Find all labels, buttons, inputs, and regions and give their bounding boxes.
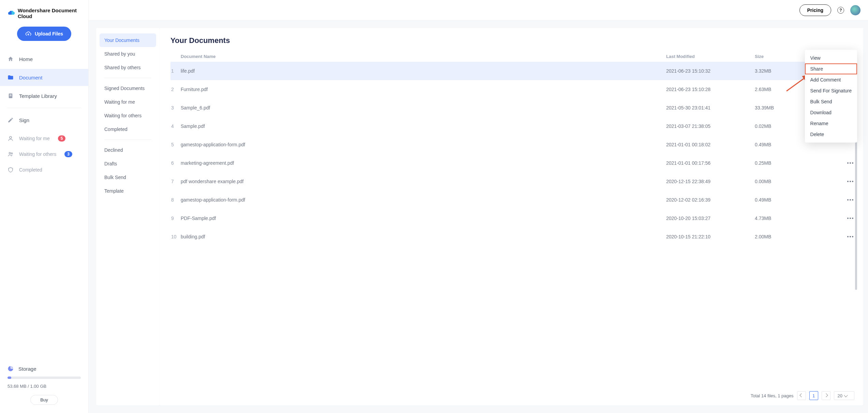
storage-block: Storage 53.68 MB / 1.00 GB Buy <box>0 358 88 408</box>
sub-item-bulk-send[interactable]: Bulk Send <box>100 171 156 184</box>
sub-item-drafts[interactable]: Drafts <box>100 157 156 171</box>
table-row[interactable]: 3Sample_6.pdf2021-05-30 23:01:4133.39MB <box>170 99 857 117</box>
table-row[interactable]: 4Sample.pdf2021-03-07 21:38:050.02MB <box>170 117 857 135</box>
help-icon[interactable]: ? <box>837 7 844 14</box>
row-modified: 2020-10-20 15:03:27 <box>666 216 755 221</box>
users-icon <box>8 151 14 157</box>
more-icon[interactable] <box>845 216 855 221</box>
row-size: 0.49MB <box>755 197 843 203</box>
avatar[interactable] <box>850 5 860 15</box>
nav-label: Home <box>19 56 33 62</box>
more-icon[interactable] <box>845 160 855 166</box>
row-index: 5 <box>170 142 181 147</box>
row-index: 4 <box>170 123 181 129</box>
svg-rect-2 <box>10 95 12 96</box>
upload-button[interactable]: Upload Files <box>17 27 71 41</box>
row-modified: 2021-01-01 00:17:56 <box>666 160 755 166</box>
sub-item-waiting-for-me[interactable]: Waiting for me <box>100 95 156 109</box>
menu-item-view[interactable]: View <box>805 53 857 63</box>
buy-button[interactable]: Buy <box>30 395 58 405</box>
row-modified: 2021-06-23 15:10:28 <box>666 87 755 92</box>
sub-item-signed-documents[interactable]: Signed Documents <box>100 82 156 95</box>
row-index: 3 <box>170 105 181 110</box>
nav-item-template-library[interactable]: Template Library <box>0 87 88 104</box>
row-index: 7 <box>170 179 181 184</box>
app-root: Wondershare Document Cloud Upload Files … <box>0 0 868 413</box>
nav-item-document[interactable]: Document <box>0 69 88 86</box>
nav-item-completed[interactable]: Completed <box>0 163 88 177</box>
page-size-value: 20 <box>838 393 842 398</box>
sub-item-waiting-for-others[interactable]: Waiting for others <box>100 109 156 122</box>
menu-item-download[interactable]: Download <box>805 107 857 118</box>
row-name: gamestop-application-form.pdf <box>181 142 666 147</box>
row-index: 8 <box>170 197 181 203</box>
divider <box>104 139 151 140</box>
pagination-summary: Total 14 files, 1 pages <box>751 393 794 398</box>
table-row[interactable]: 2Furniture.pdf2021-06-23 15:10:282.63MB <box>170 80 857 99</box>
table-row[interactable]: 8gamestop-application-form.pdf2020-12-02… <box>170 191 857 209</box>
menu-item-bulk-send[interactable]: Bulk Send <box>805 96 857 107</box>
menu-item-rename[interactable]: Rename <box>805 118 857 129</box>
divider <box>104 78 151 78</box>
nav-item-home[interactable]: Home <box>0 50 88 68</box>
more-icon[interactable] <box>845 234 855 239</box>
table-row[interactable]: 9PDF-Sample.pdf2020-10-20 15:03:274.73MB <box>170 209 857 227</box>
row-index: 6 <box>170 160 181 166</box>
table-row[interactable]: 10building.pdf2020-10-15 21:22:102.00MB <box>170 227 857 246</box>
sub-list: Your DocumentsShared by youShared by oth… <box>100 33 156 198</box>
nav-item-waiting-for-others[interactable]: Waiting for others3 <box>0 147 88 161</box>
row-modified: 2021-03-07 21:38:05 <box>666 123 755 129</box>
menu-item-send-for-signature[interactable]: Send For Signature <box>805 85 857 96</box>
more-icon[interactable] <box>845 179 855 184</box>
row-size: 2.00MB <box>755 234 843 239</box>
sub-item-your-documents[interactable]: Your Documents <box>100 33 156 47</box>
table-head: Document Name Last Modified Size <box>170 51 857 62</box>
row-name: gamestop-application-form.pdf <box>181 197 666 203</box>
row-name: PDF-Sample.pdf <box>181 216 666 221</box>
table-row[interactable]: 5gamestop-application-form.pdf2021-01-01… <box>170 135 857 154</box>
menu-item-add-comment[interactable]: Add Comment <box>805 74 857 85</box>
nav-list: HomeDocumentTemplate Library <box>0 50 88 104</box>
pagination: Total 14 files, 1 pages 1 20 <box>170 388 857 400</box>
th-modified[interactable]: Last Modified <box>666 51 755 62</box>
page-next-button[interactable] <box>822 391 830 400</box>
sub-item-completed[interactable]: Completed <box>100 122 156 136</box>
sub-item-shared-by-you[interactable]: Shared by you <box>100 47 156 61</box>
svg-point-5 <box>11 153 13 154</box>
storage-text: 53.68 MB / 1.00 GB <box>8 384 81 389</box>
pen-icon <box>8 117 14 123</box>
sign-nav[interactable]: Sign <box>0 112 88 129</box>
wait-list: Waiting for me5Waiting for others3Comple… <box>0 131 88 177</box>
menu-item-share[interactable]: Share <box>805 63 857 74</box>
nav-label: Document <box>19 75 42 80</box>
more-icon[interactable] <box>845 197 855 203</box>
table-row[interactable]: 7pdf wondershare example.pdf2020-12-15 2… <box>170 172 857 191</box>
row-index: 1 <box>170 68 181 74</box>
page-prev-button[interactable] <box>797 391 806 400</box>
row-index: 10 <box>170 234 181 239</box>
table-row[interactable]: 6marketing-agreement.pdf2021-01-01 00:17… <box>170 154 857 172</box>
logo-icon <box>8 11 15 16</box>
pricing-button[interactable]: Pricing <box>799 4 831 16</box>
row-size: 0.25MB <box>755 160 843 166</box>
row-name: building.pdf <box>181 234 666 239</box>
table-body: 1life.pdf2021-06-23 15:10:323.32MB2Furni… <box>170 62 857 388</box>
sidebar-left: Wondershare Document Cloud Upload Files … <box>0 0 89 413</box>
row-name: Furniture.pdf <box>181 87 666 92</box>
nav-item-waiting-for-me[interactable]: Waiting for me5 <box>0 131 88 146</box>
svg-point-3 <box>10 136 12 138</box>
page-size-select[interactable]: 20 <box>834 391 854 400</box>
storage-bar <box>8 377 81 379</box>
sub-item-declined[interactable]: Declined <box>100 143 156 157</box>
menu-item-delete[interactable]: Delete <box>805 129 857 140</box>
table-row[interactable]: 1life.pdf2021-06-23 15:10:323.32MB <box>170 62 857 80</box>
row-name: Sample.pdf <box>181 123 666 129</box>
row-name: pdf wondershare example.pdf <box>181 179 666 184</box>
chevron-down-icon <box>844 393 848 397</box>
content-row: Your DocumentsShared by youShared by oth… <box>89 20 868 413</box>
th-name[interactable]: Document Name <box>181 51 666 62</box>
page-number-button[interactable]: 1 <box>809 391 818 400</box>
storage-head: Storage <box>8 366 81 372</box>
sub-item-template[interactable]: Template <box>100 184 156 198</box>
sub-item-shared-by-others[interactable]: Shared by others <box>100 61 156 74</box>
